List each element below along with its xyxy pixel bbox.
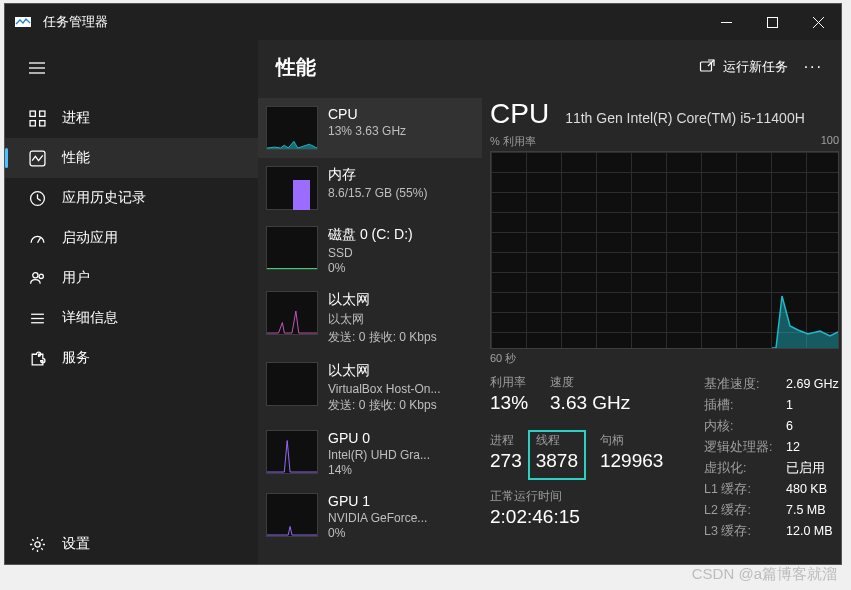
resource-list: CPU13% 3.63 GHz 内存8.6/15.7 GB (55%) 磁盘 0… <box>258 94 482 564</box>
svg-rect-8 <box>30 111 35 116</box>
cpu-model: 11th Gen Intel(R) Core(TM) i5-11400H <box>565 110 805 126</box>
list-item-gpu1[interactable]: GPU 1NVIDIA GeForce...0% <box>258 485 482 548</box>
sidebar-label: 性能 <box>62 149 90 167</box>
graph-ymax: 100 <box>821 134 839 149</box>
list-item-disk0[interactable]: 磁盘 0 (C: D:)SSD0% <box>258 218 482 283</box>
threads-highlight: 线程3878 <box>528 430 586 480</box>
close-button[interactable] <box>795 4 841 40</box>
stat-processes: 273 <box>490 450 522 472</box>
watermark: CSDN @a篇博客就溜 <box>692 565 837 584</box>
maximize-button[interactable] <box>749 4 795 40</box>
sidebar-item-users[interactable]: 用户 <box>5 258 258 298</box>
pulse-icon <box>29 150 46 167</box>
detail-panel: CPU 11th Gen Intel(R) Core(TM) i5-11400H… <box>482 94 841 564</box>
svg-rect-11 <box>40 120 45 125</box>
sidebar-item-performance[interactable]: 性能 <box>5 138 258 178</box>
launch-icon <box>699 59 715 75</box>
task-manager-window: 任务管理器 进程 性能 应用历史记录 启动应用 用户 详细信息 服务 设置 性能 <box>4 3 842 565</box>
page-header: 性能 运行新任务 ··· <box>258 40 841 94</box>
main: 性能 运行新任务 ··· CPU13% 3.63 GHz 内存8.6/15.7 … <box>258 40 841 564</box>
svg-point-16 <box>39 274 43 278</box>
window-title: 任务管理器 <box>43 13 703 31</box>
sidebar: 进程 性能 应用历史记录 启动应用 用户 详细信息 服务 设置 <box>5 40 258 564</box>
sidebar-label: 进程 <box>62 109 90 127</box>
stat-speed: 3.63 GHz <box>550 392 630 414</box>
svg-point-20 <box>35 541 40 546</box>
list-item-ethernet0[interactable]: 以太网以太网发送: 0 接收: 0 Kbps <box>258 283 482 354</box>
list-item-memory[interactable]: 内存8.6/15.7 GB (55%) <box>258 158 482 218</box>
sidebar-item-processes[interactable]: 进程 <box>5 98 258 138</box>
disk-thumb <box>266 226 318 270</box>
sidebar-item-services[interactable]: 服务 <box>5 338 258 378</box>
list-item-gpu0[interactable]: GPU 0Intel(R) UHD Gra...14% <box>258 422 482 485</box>
list-item-cpu[interactable]: CPU13% 3.63 GHz <box>258 98 482 158</box>
grid-icon <box>29 110 46 127</box>
sidebar-label: 设置 <box>62 535 90 553</box>
net-thumb <box>266 291 318 335</box>
svg-rect-9 <box>40 111 45 116</box>
more-button[interactable]: ··· <box>804 58 823 76</box>
page-title: 性能 <box>276 54 699 81</box>
app-icon <box>15 14 31 30</box>
stat-threads: 3878 <box>536 450 578 472</box>
gear-icon <box>29 536 46 553</box>
puzzle-icon <box>29 350 46 367</box>
sidebar-item-settings[interactable]: 设置 <box>5 524 258 564</box>
list-icon <box>29 310 46 327</box>
net-thumb <box>266 362 318 406</box>
svg-rect-2 <box>767 17 777 27</box>
graph-xlabel: 60 秒 <box>490 351 839 366</box>
stat-uptime: 2:02:46:15 <box>490 506 682 528</box>
sidebar-label: 详细信息 <box>62 309 118 327</box>
sidebar-item-details[interactable]: 详细信息 <box>5 298 258 338</box>
svg-line-14 <box>38 237 41 242</box>
run-new-task-button[interactable]: 运行新任务 <box>699 58 788 76</box>
stat-utilization: 13% <box>490 392 528 414</box>
graph-ylabel: % 利用率 <box>490 134 536 149</box>
minimize-button[interactable] <box>703 4 749 40</box>
cpu-specs: 基准速度:2.69 GHz 插槽:1 内核:6 逻辑处理器:12 虚拟化:已启用… <box>704 374 841 542</box>
users-icon <box>29 270 46 287</box>
sidebar-label: 启动应用 <box>62 229 118 247</box>
detail-title: CPU <box>490 98 549 130</box>
history-icon <box>29 190 46 207</box>
sidebar-item-history[interactable]: 应用历史记录 <box>5 178 258 218</box>
titlebar[interactable]: 任务管理器 <box>5 4 841 40</box>
sidebar-label: 用户 <box>62 269 90 287</box>
svg-point-15 <box>33 272 38 277</box>
stat-handles: 129963 <box>600 450 663 472</box>
sidebar-label: 服务 <box>62 349 90 367</box>
memory-thumb <box>266 166 318 210</box>
svg-marker-23 <box>267 141 317 149</box>
gauge-icon <box>29 230 46 247</box>
sidebar-item-startup[interactable]: 启动应用 <box>5 218 258 258</box>
list-item-ethernet1[interactable]: 以太网VirtualBox Host-On...发送: 0 接收: 0 Kbps <box>258 354 482 422</box>
gpu-thumb <box>266 430 318 474</box>
svg-marker-24 <box>772 296 838 348</box>
hamburger-button[interactable] <box>5 54 258 98</box>
cpu-graph[interactable] <box>490 151 839 349</box>
svg-rect-10 <box>30 120 35 125</box>
sidebar-label: 应用历史记录 <box>62 189 146 207</box>
cpu-thumb <box>266 106 318 150</box>
gpu-thumb <box>266 493 318 537</box>
